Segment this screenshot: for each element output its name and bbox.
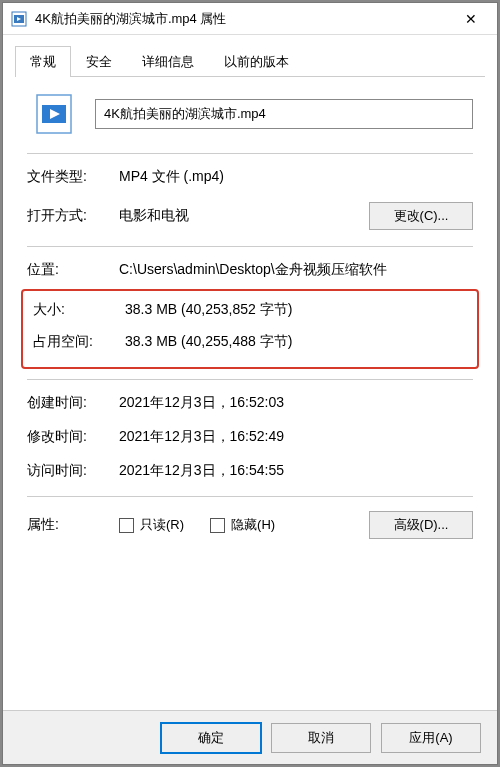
- ok-button[interactable]: 确定: [161, 723, 261, 753]
- divider: [27, 246, 473, 247]
- row-file-type: 文件类型: MP4 文件 (.mp4): [27, 168, 473, 186]
- advanced-button[interactable]: 高级(D)...: [369, 511, 473, 539]
- video-file-large-icon: [31, 91, 77, 137]
- value-accessed: 2021年12月3日，16:54:55: [119, 462, 473, 480]
- hidden-checkbox-wrap: 隐藏(H): [210, 516, 275, 534]
- label-file-type: 文件类型:: [27, 168, 119, 186]
- tabs: 常规 安全 详细信息 以前的版本: [15, 45, 485, 77]
- row-location: 位置: C:\Users\admin\Desktop\金舟视频压缩软件: [27, 261, 473, 279]
- label-size-on-disk: 占用空间:: [33, 333, 125, 351]
- label-attributes: 属性:: [27, 516, 119, 534]
- value-size: 38.3 MB (40,253,852 字节): [125, 301, 467, 319]
- label-open-with: 打开方式:: [27, 207, 119, 225]
- tab-general[interactable]: 常规: [15, 46, 71, 77]
- close-icon: ✕: [465, 11, 477, 27]
- close-button[interactable]: ✕: [451, 5, 491, 33]
- titlebar: 4K航拍美丽的湖滨城市.mp4 属性 ✕: [3, 3, 497, 35]
- row-size-on-disk: 占用空间: 38.3 MB (40,255,488 字节): [33, 333, 467, 351]
- row-attributes: 属性: 只读(R) 隐藏(H) 高级(D)...: [27, 511, 473, 539]
- value-open-with: 电影和电视: [119, 207, 361, 225]
- label-created: 创建时间:: [27, 394, 119, 412]
- value-created: 2021年12月3日，16:52:03: [119, 394, 473, 412]
- label-modified: 修改时间:: [27, 428, 119, 446]
- change-button[interactable]: 更改(C)...: [369, 202, 473, 230]
- row-open-with: 打开方式: 电影和电视 更改(C)...: [27, 202, 473, 230]
- hidden-checkbox[interactable]: [210, 518, 225, 533]
- filename-input[interactable]: [95, 99, 473, 129]
- label-size: 大小:: [33, 301, 125, 319]
- row-accessed: 访问时间: 2021年12月3日，16:54:55: [27, 462, 473, 480]
- readonly-checkbox-wrap: 只读(R): [119, 516, 184, 534]
- value-size-on-disk: 38.3 MB (40,255,488 字节): [125, 333, 467, 351]
- dialog-footer: 确定 取消 应用(A): [3, 710, 497, 764]
- row-modified: 修改时间: 2021年12月3日，16:52:49: [27, 428, 473, 446]
- tab-panel-general: 文件类型: MP4 文件 (.mp4) 打开方式: 电影和电视 更改(C)...…: [15, 77, 485, 555]
- apply-button[interactable]: 应用(A): [381, 723, 481, 753]
- label-accessed: 访问时间:: [27, 462, 119, 480]
- label-location: 位置:: [27, 261, 119, 279]
- window-title: 4K航拍美丽的湖滨城市.mp4 属性: [35, 10, 451, 28]
- row-created: 创建时间: 2021年12月3日，16:52:03: [27, 394, 473, 412]
- dialog-content: 常规 安全 详细信息 以前的版本 文件类型: MP4 文件 (.mp4): [3, 35, 497, 710]
- value-file-type: MP4 文件 (.mp4): [119, 168, 473, 186]
- tab-security[interactable]: 安全: [71, 46, 127, 77]
- tab-details[interactable]: 详细信息: [127, 46, 209, 77]
- file-header: [27, 91, 473, 137]
- value-location: C:\Users\admin\Desktop\金舟视频压缩软件: [119, 261, 473, 279]
- readonly-checkbox[interactable]: [119, 518, 134, 533]
- properties-dialog: 4K航拍美丽的湖滨城市.mp4 属性 ✕ 常规 安全 详细信息 以前的版本: [2, 2, 498, 765]
- value-modified: 2021年12月3日，16:52:49: [119, 428, 473, 446]
- tab-previous-versions[interactable]: 以前的版本: [209, 46, 304, 77]
- video-file-icon: [11, 11, 27, 27]
- cancel-button[interactable]: 取消: [271, 723, 371, 753]
- size-highlight-box: 大小: 38.3 MB (40,253,852 字节) 占用空间: 38.3 M…: [21, 289, 479, 369]
- divider: [27, 153, 473, 154]
- row-size: 大小: 38.3 MB (40,253,852 字节): [33, 301, 467, 319]
- divider: [27, 379, 473, 380]
- hidden-label: 隐藏(H): [231, 516, 275, 534]
- divider: [27, 496, 473, 497]
- readonly-label: 只读(R): [140, 516, 184, 534]
